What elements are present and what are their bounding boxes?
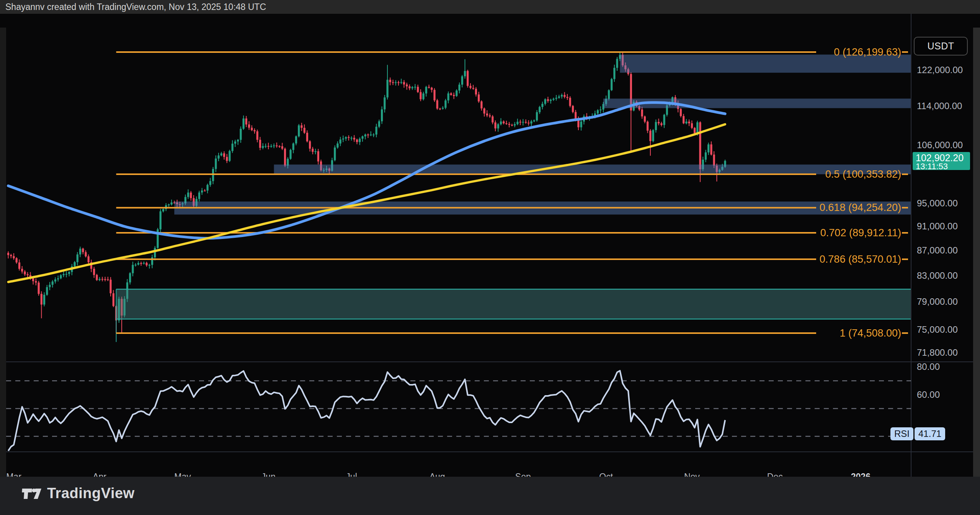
rsi-indicator-badge: RSI 41.71 xyxy=(890,427,945,440)
footer: TradingView xyxy=(0,477,980,515)
rsi-line xyxy=(8,371,725,451)
band-0-5 xyxy=(274,165,911,174)
pane-separators xyxy=(0,14,980,477)
rsi-pane xyxy=(6,371,911,451)
price-tick-label: 87,000.00 xyxy=(917,245,958,256)
price-tick-label: 71,800.00 xyxy=(917,347,958,358)
tradingview-logo-icon xyxy=(21,486,42,501)
fib-label-0[interactable]: 0 (126,199.63) xyxy=(834,46,901,58)
tradingview-logo[interactable]: TradingView xyxy=(21,485,135,502)
left-margin-strip xyxy=(0,28,6,490)
price-tick-label: 122,000.00 xyxy=(917,65,963,75)
rsi-tick-label: 80.00 xyxy=(917,361,940,372)
price-tick-label: 75,000.00 xyxy=(917,324,958,335)
rsi-label-pill[interactable]: RSI xyxy=(890,427,913,440)
tradingview-chart-window: Shayannv created with TradingView.com, N… xyxy=(0,0,980,515)
moving-averages xyxy=(8,103,725,282)
price-tick-label: 79,000.00 xyxy=(917,296,958,307)
fib-label-0-5[interactable]: 0.5 (100,353.82) xyxy=(825,168,901,180)
bar-countdown-timer: 13:11:53 xyxy=(916,163,970,170)
price-tick-label: 95,000.00 xyxy=(917,198,958,209)
price-tick-label: 83,000.00 xyxy=(917,270,958,281)
price-tick-label: 114,000.00 xyxy=(917,101,962,111)
attribution-text: Shayannv created with TradingView.com, N… xyxy=(5,2,266,12)
fib-label-0-618[interactable]: 0.618 (94,254.20) xyxy=(820,201,901,214)
rsi-tick-label: 60.00 xyxy=(917,389,940,400)
symbol-currency-button[interactable]: USDT xyxy=(914,37,968,56)
fib-label-0-702[interactable]: 0.702 (89,912.11) xyxy=(820,227,901,239)
current-price-badge: 102,902.20 13:11:53 xyxy=(913,152,970,170)
zones xyxy=(116,55,911,342)
right-scroll-strip[interactable] xyxy=(973,28,980,490)
price-tick-label: 91,000.00 xyxy=(917,221,958,232)
tradingview-wordmark: TradingView xyxy=(47,485,135,502)
chart-canvas[interactable] xyxy=(0,14,980,477)
fib-label-0-786[interactable]: 0.786 (85,570.01) xyxy=(820,253,901,265)
demand-zone-teal xyxy=(116,289,911,319)
rsi-value-pill: 41.71 xyxy=(915,427,945,440)
attribution-bar: Shayannv created with TradingView.com, N… xyxy=(0,0,980,14)
price-tick-label: 106,000.00 xyxy=(917,140,963,150)
fib-label-1[interactable]: 1 (74,508.00) xyxy=(840,327,901,339)
chart-area[interactable]: USDT 0 (126,199.63) 0.5 (100,353.82) 0.6… xyxy=(0,14,980,477)
